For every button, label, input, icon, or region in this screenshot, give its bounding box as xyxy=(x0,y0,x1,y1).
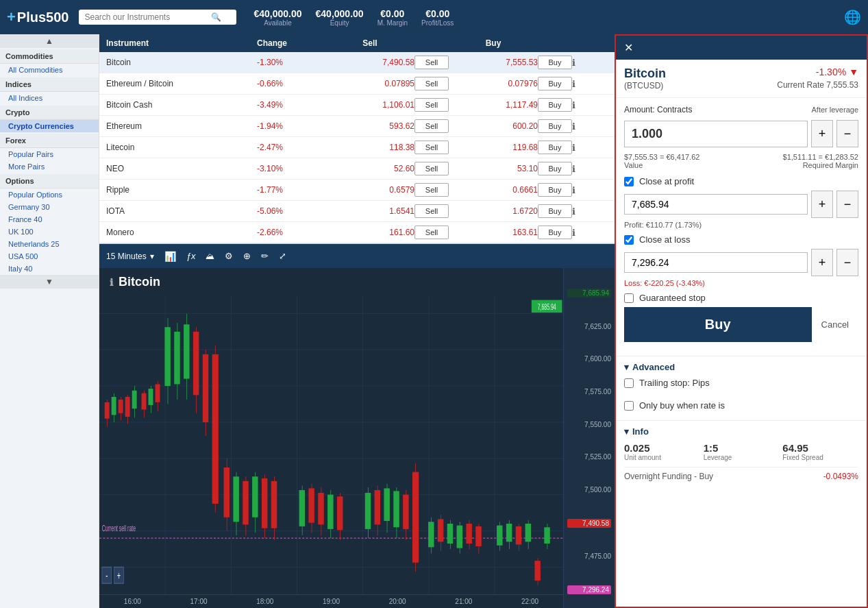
pnl-label: Profit/Loss xyxy=(421,19,454,27)
info-icon[interactable]: ℹ xyxy=(572,58,599,68)
chart-instrument-name: Bitcoin xyxy=(119,275,160,289)
amount-input-row: + − xyxy=(624,120,858,147)
close-at-profit-checkbox[interactable] xyxy=(624,177,634,186)
sell-button[interactable]: Sell xyxy=(414,56,449,69)
buy-submit-button[interactable]: Buy xyxy=(624,307,812,342)
search-box[interactable]: 🔍 xyxy=(79,10,236,25)
chart-info-icon[interactable]: ℹ xyxy=(110,277,113,288)
instrument-title: Bitcoin xyxy=(624,66,666,81)
sidebar-item-france40[interactable]: France 40 xyxy=(0,213,99,226)
table-row: Ethereum -1.94% 593.62 Sell 600.20 Buy ℹ xyxy=(99,116,615,137)
required-margin-amount: $1,511.11 = €1,283.52 xyxy=(783,153,858,161)
sidebar-item-germany30[interactable]: Germany 30 xyxy=(0,201,99,213)
svg-rect-98 xyxy=(525,524,531,542)
sell-button[interactable]: Sell xyxy=(414,119,449,133)
stat-margin: €0.00 M. Margin xyxy=(377,8,408,27)
close-icon[interactable]: ✕ xyxy=(624,41,633,54)
bar-chart-icon[interactable]: 📊 xyxy=(164,251,176,262)
cancel-button[interactable]: Cancel xyxy=(812,310,858,339)
info-icon[interactable]: ℹ xyxy=(572,185,599,195)
sidebar-item-usa500[interactable]: USA 500 xyxy=(0,250,99,263)
loss-increment-button[interactable]: + xyxy=(811,249,833,276)
instrument-buy-price: 7,555.53 xyxy=(449,58,538,67)
trade-panel: ✕ Bitcoin (BTCUSD) -1.30% ▼ Current Rate… xyxy=(615,34,868,608)
pencil-icon[interactable]: ✏ xyxy=(261,251,269,261)
buy-button[interactable]: Buy xyxy=(538,204,572,218)
svg-text:-: - xyxy=(106,569,108,581)
guaranteed-stop-checkbox[interactable] xyxy=(624,293,634,303)
buy-button[interactable]: Buy xyxy=(538,56,572,69)
buy-button[interactable]: Buy xyxy=(538,98,572,112)
buy-button[interactable]: Buy xyxy=(538,226,572,239)
sidebar-item-popular-options[interactable]: Popular Options xyxy=(0,189,99,201)
loss-value-input[interactable] xyxy=(624,252,808,273)
close-at-loss-checkbox[interactable] xyxy=(624,235,634,245)
sell-button[interactable]: Sell xyxy=(414,77,449,90)
sell-button[interactable]: Sell xyxy=(414,183,449,197)
info-icon[interactable]: ℹ xyxy=(572,228,599,238)
sidebar-item-more-pairs[interactable]: More Pairs xyxy=(0,160,99,173)
expand-icon[interactable]: ⤢ xyxy=(279,251,286,261)
svg-text:7,685.94: 7,685.94 xyxy=(538,302,556,311)
search-input[interactable] xyxy=(84,12,208,22)
sidebar-item-italy40[interactable]: Italy 40 xyxy=(0,263,99,275)
buy-button[interactable]: Buy xyxy=(538,119,572,133)
sidebar-item-crypto-currencies[interactable]: Crypto Currencies xyxy=(0,120,99,132)
col-change: Change xyxy=(257,38,325,48)
trailing-stop-checkbox[interactable] xyxy=(624,378,634,388)
sidebar-item-all-indices[interactable]: All Indices xyxy=(0,92,99,104)
increment-button[interactable]: + xyxy=(811,120,833,147)
info-icon[interactable]: ℹ xyxy=(572,206,599,217)
instrument-sell-price: 0.6579 xyxy=(325,185,414,195)
amount-input[interactable] xyxy=(624,121,808,147)
sidebar-scroll-up[interactable]: ▲ xyxy=(0,34,99,48)
sell-button[interactable]: Sell xyxy=(414,98,449,112)
info-icon[interactable]: ℹ xyxy=(572,100,599,110)
price-level: 7,600.00 xyxy=(567,355,611,363)
info-icon[interactable]: ℹ xyxy=(572,79,599,89)
sell-button[interactable]: Sell xyxy=(414,204,449,218)
sidebar-category-commodities: Commodities xyxy=(0,49,99,64)
instrument-sell-price: 161.60 xyxy=(325,228,414,237)
sidebar-item-all-commodities[interactable]: All Commodities xyxy=(0,64,99,76)
instrument-change: -2.47% xyxy=(257,143,325,152)
settings-icon[interactable]: ⚙ xyxy=(225,251,233,261)
crosshair-icon[interactable]: ⊕ xyxy=(243,251,251,261)
search-icon[interactable]: 🔍 xyxy=(211,12,221,22)
svg-rect-38 xyxy=(184,324,189,378)
advanced-section: ▾ Advanced Trailing stop: Pips Only buy … xyxy=(616,356,867,420)
buy-button[interactable]: Buy xyxy=(538,162,572,175)
sidebar-item-popular-pairs[interactable]: Popular Pairs xyxy=(0,148,99,160)
loss-decrement-button[interactable]: − xyxy=(836,249,858,276)
info-icon[interactable]: ℹ xyxy=(572,164,599,174)
sell-button[interactable]: Sell xyxy=(414,162,449,175)
mountain-icon[interactable]: ⛰ xyxy=(206,251,214,261)
time-label: 18:00 xyxy=(256,598,273,605)
info-icon[interactable]: ℹ xyxy=(572,121,599,132)
time-selector[interactable]: 15 Minutes ▾ xyxy=(106,252,154,261)
sidebar-scroll-down[interactable]: ▼ xyxy=(0,275,99,289)
info-header[interactable]: ▾ Info xyxy=(624,426,858,437)
buy-button[interactable]: Buy xyxy=(538,77,572,90)
sell-button[interactable]: Sell xyxy=(414,141,449,154)
profit-decrement-button[interactable]: − xyxy=(836,191,858,218)
buy-button[interactable]: Buy xyxy=(538,183,572,197)
svg-rect-102 xyxy=(544,527,549,544)
profit-value-input[interactable] xyxy=(624,194,808,215)
svg-rect-34 xyxy=(164,327,170,386)
info-icon[interactable]: ℹ xyxy=(572,143,599,153)
buy-button[interactable]: Buy xyxy=(538,141,572,154)
sell-button[interactable]: Sell xyxy=(414,226,449,239)
globe-icon[interactable]: 🌐 xyxy=(844,9,861,25)
advanced-header[interactable]: ▾ Advanced xyxy=(624,362,858,372)
sidebar-item-netherlands25[interactable]: Netherlands 25 xyxy=(0,238,99,250)
decrement-button[interactable]: − xyxy=(836,120,858,147)
svg-rect-18 xyxy=(105,402,110,419)
sidebar-item-uk100[interactable]: UK 100 xyxy=(0,226,99,238)
fx-icon[interactable]: ƒx xyxy=(186,251,196,261)
time-value: 15 Minutes xyxy=(106,252,147,261)
profit-increment-button[interactable]: + xyxy=(811,191,833,218)
instruments-header: Instrument Change Sell Buy xyxy=(99,34,615,52)
only-buy-checkbox[interactable] xyxy=(624,401,634,411)
instrument-change: -1.77% xyxy=(257,185,325,195)
